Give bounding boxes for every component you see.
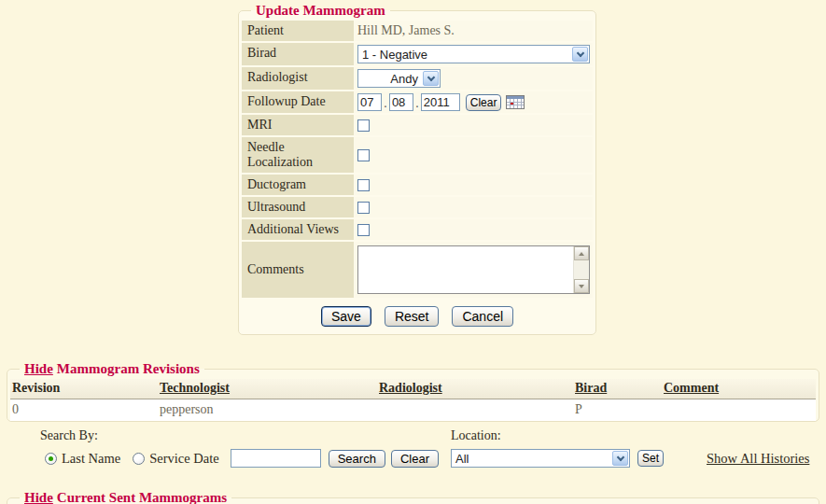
set-location-button[interactable]: Set [637,450,664,467]
additional-views-checkbox[interactable] [357,224,370,236]
reset-button[interactable]: Reset [385,306,440,327]
chevron-down-icon[interactable] [423,71,439,86]
birad-label: Birad [242,43,354,65]
ultrasound-label: Ultrasound [242,197,354,217]
radio-selected-icon[interactable] [45,453,57,465]
radiologist-select[interactable]: Andy [357,69,441,88]
mammogram-revisions-legend: HideMammogram Revisions [20,361,204,377]
radiologist-sort-link[interactable]: Radiologist [379,381,442,395]
search-bar: Search By: Last Name Service Date Search… [0,428,826,468]
last-name-radio[interactable]: Last Name [45,451,120,467]
clear-date-button[interactable]: Clear [466,94,502,111]
date-separator: . [384,95,387,110]
birad-sort-link[interactable]: Birad [575,381,607,395]
mammogram-revisions-section: HideMammogram Revisions Revision Technol… [7,361,819,422]
mri-row: MRI [242,115,593,135]
clear-search-button[interactable]: Clear [391,450,439,468]
technologist-sort-link[interactable]: Technologist [160,381,230,395]
form-actions: Save Reset Cancel [242,300,593,331]
patient-row: Patient Hill MD, James S. [242,21,593,41]
update-mammogram-title: Update Mammogram [251,3,390,19]
date-separator: . [415,95,419,110]
scroll-down-icon[interactable] [574,279,589,293]
additional-views-row: Additional Views [242,219,593,240]
comments-scrollbar[interactable] [573,246,589,293]
ductogram-label: Ductogram [242,175,354,195]
needle-localization-row: Needle Localization [242,137,593,173]
current-sent-mammograms-section: HideCurrent Sent Mammograms MR Last Firs… [7,490,819,504]
current-sent-title: Current Sent Mammograms [57,490,227,504]
revisions-title: Mammogram Revisions [57,361,200,376]
radiologist-cell [377,399,573,422]
followup-date-label: Followup Date [242,91,354,113]
hide-sent-link[interactable]: Hide [24,490,53,504]
current-sent-legend: HideCurrent Sent Mammograms [20,490,231,504]
additional-views-label: Additional Views [242,219,354,240]
ultrasound-checkbox[interactable] [357,202,370,214]
needle-localization-label: Needle Localization [242,137,354,173]
followup-date-row: Followup Date . . Clear [242,91,593,113]
birad-selected-value: 1 - Negative [358,48,571,62]
ductogram-checkbox[interactable] [357,179,370,191]
scroll-up-icon[interactable] [574,246,589,260]
comments-row: Comments [242,242,593,298]
revision-column-header: Revision [10,379,158,399]
chevron-down-icon[interactable] [572,47,588,62]
update-mammogram-form: Update Mammogram Patient Hill MD, James … [238,3,596,335]
comments-text[interactable] [358,246,573,293]
technologist-cell: pepperson [158,399,377,422]
search-button[interactable]: Search [329,450,385,468]
hide-revisions-link[interactable]: Hide [24,361,53,376]
save-button[interactable]: Save [321,306,371,327]
location-select[interactable]: All [451,449,630,468]
ultrasound-row: Ultrasound [242,197,593,217]
patient-label: Patient [242,21,354,41]
location-selected-value: All [452,452,611,466]
chevron-down-icon[interactable] [612,451,628,466]
followup-day-input[interactable] [389,93,413,111]
revisions-table: Revision Technologist Radiologist Birad … [10,379,816,421]
mri-label: MRI [242,115,354,135]
calendar-icon[interactable] [506,95,525,109]
radiologist-selected-value: Andy [358,72,422,86]
comments-textarea[interactable] [357,245,590,294]
mri-checkbox[interactable] [357,119,370,132]
followup-month-input[interactable] [357,93,382,111]
revision-cell: 0 [10,399,158,422]
location-label: Location: [451,428,826,443]
needle-localization-checkbox[interactable] [357,149,370,161]
ductogram-row: Ductogram [242,175,593,195]
last-name-radio-label: Last Name [62,451,120,467]
birad-row: Birad 1 - Negative [242,43,593,65]
comment-sort-link[interactable]: Comment [664,381,719,395]
show-all-histories-link[interactable]: Show All Histories [707,451,809,467]
revisions-header-row: Revision Technologist Radiologist Birad … [10,379,816,399]
radio-unselected-icon[interactable] [133,453,145,465]
comment-cell [662,399,816,422]
birad-cell: P [573,399,662,422]
patient-value: Hill MD, James S. [354,21,593,41]
comments-label: Comments [242,242,354,298]
service-date-radio[interactable]: Service Date [133,451,218,467]
search-by-label: Search By: [40,428,451,443]
search-input[interactable] [231,449,321,468]
revision-table-row: 0 pepperson P [10,399,816,422]
service-date-radio-label: Service Date [149,451,218,467]
radiologist-label: Radiologist [242,67,354,90]
followup-year-input[interactable] [421,93,460,111]
cancel-button[interactable]: Cancel [452,306,513,327]
birad-select[interactable]: 1 - Negative [357,45,590,63]
radiologist-row: Radiologist Andy [242,67,593,90]
